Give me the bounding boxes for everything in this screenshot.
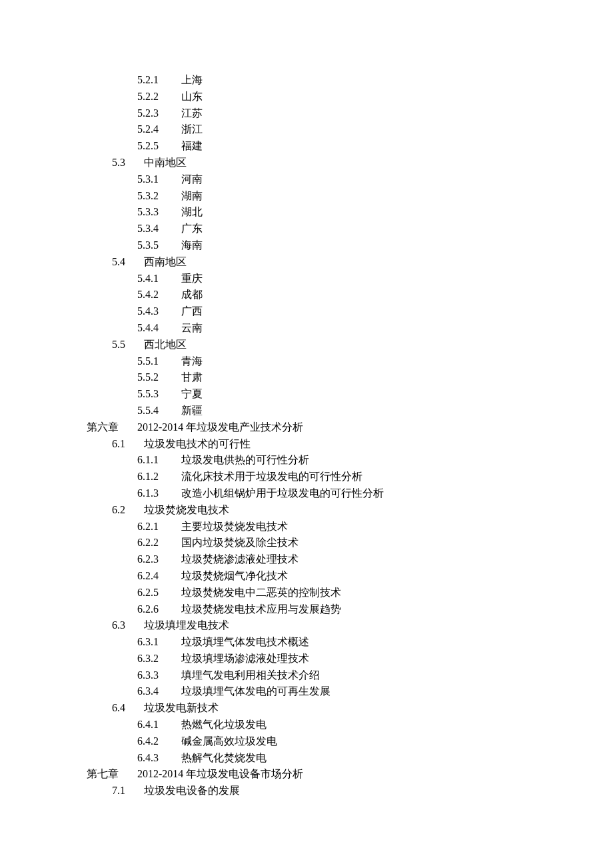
toc-entry: 5.3.4广东 [87,221,526,237]
table-of-contents: 5.2.1上海5.2.2山东5.2.3江苏5.2.4浙江5.2.5福建5.3中南… [87,72,526,799]
toc-entry: 6.4垃圾发电新技术 [87,700,526,717]
toc-entry-label: 中南地区 [144,157,187,168]
toc-entry-number: 第六章 [87,419,137,436]
toc-entry-number: 6.1.1 [137,452,181,469]
toc-entry-number: 5.5.3 [137,386,181,403]
toc-entry-number: 6.3.3 [137,667,181,684]
toc-entry-number: 5.2.3 [137,105,181,122]
toc-entry-number: 6.2.1 [137,519,181,535]
toc-entry: 6.1.3改造小机组锅炉用于垃圾发电的可行性分析 [87,485,526,502]
toc-entry: 5.2.4浙江 [87,121,526,138]
toc-entry-number: 第七章 [87,766,137,783]
toc-entry-label: 西南地区 [144,256,187,267]
toc-entry-number: 6.1 [112,436,144,453]
toc-entry: 6.2.3垃圾焚烧渗滤液处理技术 [87,551,526,568]
toc-entry: 5.3.2湖南 [87,188,526,205]
toc-entry-number: 5.5.2 [137,369,181,386]
toc-entry: 第六章2012-2014 年垃圾发电产业技术分析 [87,419,526,436]
toc-entry-label: 湖南 [181,190,203,201]
toc-entry-number: 6.2.2 [137,535,181,551]
toc-entry-label: 碱金属高效垃圾发电 [181,735,277,747]
toc-entry-number: 5.2.1 [137,72,181,89]
toc-entry-label: 垃圾发电供热的可行性分析 [181,454,309,465]
toc-entry-number: 6.3.2 [137,651,181,667]
toc-entry-number: 6.4.1 [137,717,181,733]
toc-entry-label: 热燃气化垃圾发电 [181,719,267,730]
toc-entry: 5.4.1重庆 [87,271,526,287]
toc-entry: 5.4.3广西 [87,303,526,320]
toc-entry-label: 广西 [181,305,203,317]
toc-entry-number: 5.2.2 [137,89,181,105]
toc-entry-number: 5.3.3 [137,204,181,221]
toc-entry-label: 成都 [181,289,203,300]
toc-entry-number: 5.4.3 [137,303,181,320]
toc-entry-number: 6.1.2 [137,469,181,485]
toc-entry: 5.3.3湖北 [87,204,526,221]
toc-entry: 5.4西南地区 [87,254,526,271]
toc-entry: 6.2.4垃圾焚烧烟气净化技术 [87,568,526,585]
document-page: 5.2.1上海5.2.2山东5.2.3江苏5.2.4浙江5.2.5福建5.3中南… [0,0,613,868]
toc-entry: 6.3.4垃圾填埋气体发电的可再生发展 [87,683,526,700]
toc-entry-number: 6.2.6 [137,601,181,618]
toc-entry: 6.4.1热燃气化垃圾发电 [87,717,526,733]
toc-entry-number: 6.1.3 [137,485,181,502]
toc-entry-label: 新疆 [181,405,203,416]
toc-entry-label: 垃圾发电设备的发展 [144,785,240,796]
toc-entry-label: 垃圾填埋气体发电的可再生发展 [181,685,330,697]
toc-entry: 6.2.6垃圾焚烧发电技术应用与发展趋势 [87,601,526,618]
toc-entry: 6.4.2碱金属高效垃圾发电 [87,733,526,750]
toc-entry-number: 6.2.3 [137,551,181,568]
toc-entry-label: 湖北 [181,206,203,217]
toc-entry-number: 7.1 [112,783,144,799]
toc-entry-label: 国内垃圾焚烧及除尘技术 [181,537,299,548]
toc-entry-label: 宁夏 [181,388,203,399]
toc-entry-number: 6.4 [112,700,144,717]
toc-entry-label: 垃圾焚烧发电技术应用与发展趋势 [181,603,341,615]
toc-entry-number: 5.5 [112,337,144,353]
toc-entry-number: 5.3 [112,155,144,171]
toc-entry-number: 6.3.4 [137,683,181,700]
toc-entry-label: 青海 [181,355,203,367]
toc-entry-label: 垃圾焚烧发电技术 [144,504,229,515]
toc-entry: 6.3.3填埋气发电利用相关技术介绍 [87,667,526,684]
toc-entry-number: 5.3.1 [137,171,181,188]
toc-entry-number: 5.2.5 [137,138,181,155]
toc-entry: 6.2垃圾焚烧发电技术 [87,502,526,519]
toc-entry-label: 改造小机组锅炉用于垃圾发电的可行性分析 [181,487,384,499]
toc-entry-label: 海南 [181,239,203,251]
toc-entry-label: 甘肃 [181,371,203,383]
toc-entry-label: 福建 [181,140,203,151]
toc-entry-number: 5.4 [112,254,144,271]
toc-entry-label: 2012-2014 年垃圾发电设备市场分析 [137,768,303,779]
toc-entry-number: 6.4.2 [137,733,181,750]
toc-entry-label: 江苏 [181,107,203,119]
toc-entry: 6.3.2垃圾填埋场渗滤液处理技术 [87,651,526,667]
toc-entry-label: 上海 [181,74,203,85]
toc-entry-number: 5.5.1 [137,353,181,370]
toc-entry: 6.2.1主要垃圾焚烧发电技术 [87,519,526,535]
toc-entry-label: 广东 [181,223,203,234]
toc-entry-number: 6.2.5 [137,585,181,601]
toc-entry-label: 垃圾填埋气体发电技术概述 [181,636,309,647]
toc-entry: 6.2.5垃圾焚烧发电中二恶英的控制技术 [87,585,526,601]
toc-entry: 6.1垃圾发电技术的可行性 [87,436,526,453]
toc-entry: 7.1垃圾发电设备的发展 [87,783,526,799]
toc-entry: 5.3.1河南 [87,171,526,188]
toc-entry-label: 山东 [181,91,203,102]
toc-entry: 6.3垃圾填埋发电技术 [87,617,526,634]
toc-entry-label: 浙江 [181,123,203,135]
toc-entry: 5.5.4新疆 [87,403,526,419]
toc-entry: 第七章2012-2014 年垃圾发电设备市场分析 [87,766,526,783]
toc-entry-label: 垃圾填埋场渗滤液处理技术 [181,653,309,664]
toc-entry: 5.5.3宁夏 [87,386,526,403]
toc-entry-label: 西北地区 [144,339,187,350]
toc-entry-number: 5.3.5 [137,237,181,254]
toc-entry-label: 河南 [181,173,203,185]
toc-entry: 5.2.1上海 [87,72,526,89]
toc-entry-number: 5.4.1 [137,271,181,287]
toc-entry: 5.2.3江苏 [87,105,526,122]
toc-entry: 6.4.3热解气化焚烧发电 [87,750,526,767]
toc-entry-number: 6.3.1 [137,634,181,651]
toc-entry: 6.3.1垃圾填埋气体发电技术概述 [87,634,526,651]
toc-entry: 5.5.1青海 [87,353,526,370]
